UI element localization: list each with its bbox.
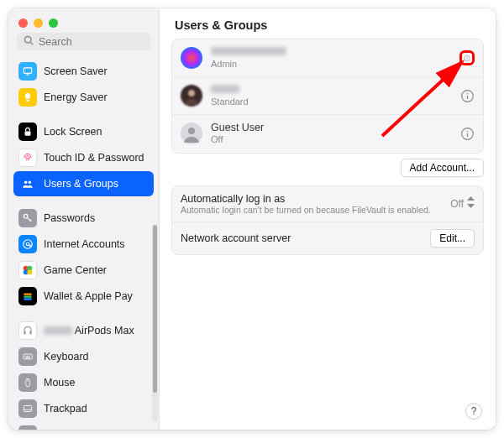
users-panel: AdminStandardGuest UserOff [171,39,484,154]
svg-marker-47 [467,204,475,208]
user-name: Guest User [211,122,459,134]
sidebar-item-internet-accounts[interactable]: Internet Accounts [13,232,154,257]
user-role: Admin [211,59,459,70]
sidebar-item-users-groups[interactable]: Users & Groups [13,171,154,196]
search-field[interactable] [17,33,150,50]
help-button[interactable]: ? [465,403,482,420]
sidebar-item-energy-saver[interactable]: Energy Saver [13,85,154,110]
fullscreen-window-button[interactable] [49,18,58,28]
settings-window: Screen SaverEnergy SaverLock ScreenTouch… [8,8,496,430]
sidebar-item-label: Printers & Scanners [44,429,137,430]
svg-point-42 [188,128,195,134]
stepper-icon [467,196,475,211]
keyboard-icon [18,347,37,366]
sidebar-item-touch-id-password[interactable]: Touch ID & Password [13,145,154,170]
svg-point-0 [25,37,32,44]
user-name [211,84,459,96]
svg-rect-18 [24,331,25,335]
sidebar-item-label: Lock Screen [44,126,102,138]
auto-login-row: Automatically log in as Automatic login … [172,186,483,222]
headphones-icon [18,321,37,340]
auto-login-sub: Automatic login can't be turned on becau… [181,205,450,215]
svg-point-39 [466,93,468,95]
sidebar-item-label: AirPods Max [44,325,134,337]
svg-point-6 [24,181,28,185]
sidebar-item-label: Mouse [44,377,76,389]
sidebar-item-label: Touch ID & Password [44,152,144,164]
svg-point-34 [467,56,468,57]
people-icon [18,175,37,193]
user-role: Off [211,134,459,145]
svg-rect-27 [24,406,31,412]
svg-point-8 [24,214,28,218]
sidebar-list: Screen SaverEnergy SaverLock ScreenTouch… [8,57,159,430]
network-account-label: Network account server [181,232,430,244]
sidebar-item-label: Trackpad [44,403,87,415]
login-panel: Automatically log in as Automatic login … [171,185,484,255]
user-name [211,46,459,59]
sidebar-item-mouse[interactable]: Mouse [13,370,154,395]
user-row: Admin [172,39,483,77]
sidebar-item-airpods-max[interactable]: AirPods Max [13,318,154,343]
game-icon [18,261,37,279]
user-info-button[interactable] [459,88,475,103]
user-role: Standard [211,96,459,107]
sidebar-item-game-center[interactable]: Game Center [13,258,154,283]
svg-point-14 [27,269,32,274]
sidebar-item-label: Internet Accounts [44,238,125,251]
user-avatar [181,47,202,69]
search-icon [24,35,39,48]
close-window-button[interactable] [18,18,28,28]
svg-rect-22 [27,356,28,357]
sidebar-item-lock-screen[interactable]: Lock Screen [13,119,154,144]
at-icon [18,235,37,253]
sidebar-item-label: Users & Groups [44,178,118,190]
lock-icon [18,123,37,141]
svg-rect-17 [24,298,31,300]
mouse-icon [18,373,37,392]
svg-rect-5 [25,131,31,135]
svg-line-1 [30,42,33,44]
trackpad-icon [18,399,37,418]
svg-point-44 [466,131,468,133]
sidebar-item-label: Screen Saver [44,65,108,78]
svg-rect-15 [24,294,31,295]
page-title: Users & Groups [160,8,496,39]
user-info-button[interactable] [459,126,475,141]
sidebar-scrollbar[interactable] [152,225,158,421]
sidebar-scrollbar-thumb[interactable] [153,225,157,393]
sidebar-item-label: Energy Saver [44,91,108,104]
screensaver-icon [18,62,37,81]
search-input[interactable] [39,36,144,48]
sidebar-item-screen-saver[interactable]: Screen Saver [13,59,154,84]
svg-rect-16 [24,295,31,297]
add-account-button[interactable]: Add Account... [401,159,484,177]
sidebar-item-passwords[interactable]: Passwords [13,206,154,231]
svg-rect-24 [25,357,30,358]
sidebar-item-label: Keyboard [44,351,89,363]
sidebar-item-printers-scanners[interactable]: Printers & Scanners [13,422,154,430]
svg-rect-4 [26,100,29,102]
sidebar-item-label: Game Center [44,264,107,277]
traffic-lights [8,8,159,33]
sidebar-item-keyboard[interactable]: Keyboard [13,344,154,369]
svg-point-7 [29,181,32,185]
svg-rect-2 [24,68,31,73]
bulb-icon [18,88,37,107]
svg-rect-3 [26,75,29,76]
sidebar-item-wallet-apple-pay[interactable]: Wallet & Apple Pay [13,284,154,309]
svg-rect-19 [29,331,31,335]
user-row: Guest UserOff [172,115,483,152]
svg-point-32 [181,47,202,69]
svg-point-37 [188,90,195,96]
wallet-icon [18,287,37,305]
main-panel: Users & Groups AdminStandardGuest UserOf… [160,8,496,430]
sidebar: Screen SaverEnergy SaverLock ScreenTouch… [8,8,160,430]
sidebar-item-trackpad[interactable]: Trackpad [13,396,154,421]
edit-network-button[interactable]: Edit... [430,229,475,248]
minimize-window-button[interactable] [34,18,43,28]
printer-icon [18,425,37,430]
auto-login-value[interactable]: Off [450,196,475,211]
user-info-button[interactable] [459,50,475,65]
key-icon [18,209,37,227]
